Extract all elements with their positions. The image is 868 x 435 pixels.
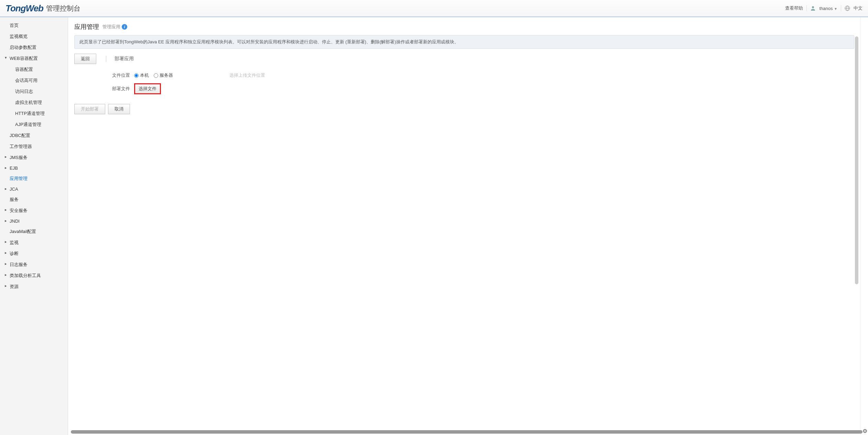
radio-server-input[interactable] — [154, 73, 158, 78]
language-link[interactable]: 中文 — [854, 5, 862, 11]
sidebar-item-7[interactable]: 虚拟主机管理 — [0, 97, 68, 108]
file-location-row: 文件位置 本机 服务器 选择上传文件位置 — [103, 72, 854, 78]
sidebar-item-8[interactable]: HTTP通道管理 — [0, 108, 68, 119]
start-deploy-button[interactable]: 开始部署 — [74, 104, 105, 114]
info-icon[interactable]: i — [122, 24, 127, 30]
logo-brand: TongWeb — [6, 3, 43, 14]
cancel-button[interactable]: 取消 — [108, 104, 130, 114]
sidebar-item-6[interactable]: 访问日志 — [0, 86, 68, 97]
sidebar-item-3[interactable]: WEB容器配置 — [0, 53, 68, 64]
sidebar-item-2[interactable]: 启动参数配置 — [0, 42, 68, 53]
horizontal-scrollbar[interactable] — [71, 430, 862, 434]
page-title-row: 应用管理 管理应用 i — [74, 23, 854, 31]
sidebar-item-22[interactable]: 日志服务 — [0, 259, 68, 270]
header-right: 查看帮助 thanos ▼ 中文 — [785, 5, 862, 11]
username-text: thanos — [819, 6, 833, 11]
bottom-actions: 开始部署 取消 — [74, 104, 854, 114]
back-button[interactable]: 返回 — [74, 54, 96, 64]
deploy-file-label: 部署文件 — [103, 86, 134, 92]
sidebar-item-0[interactable]: 首页 — [0, 20, 68, 31]
header-bar: TongWeb 管理控制台 查看帮助 thanos ▼ 中文 — [0, 0, 868, 17]
sidebar-item-13[interactable]: EJB — [0, 163, 68, 173]
sidebar-item-16[interactable]: 服务 — [0, 194, 68, 205]
logo-subtitle: 管理控制台 — [46, 4, 80, 13]
page-title: 应用管理 — [74, 23, 99, 31]
radio-local[interactable]: 本机 — [134, 72, 149, 78]
upload-hint: 选择上传文件位置 — [229, 72, 265, 78]
content-area: 应用管理 管理应用 i 此页显示了已经部署到TongWeb的Java EE 应用… — [68, 17, 860, 435]
separator — [841, 5, 841, 11]
radio-local-input[interactable] — [134, 73, 139, 78]
page-subtitle-text: 管理应用 — [102, 24, 120, 30]
info-banner: 此页显示了已经部署到TongWeb的Java EE 应用程序和独立应用程序模块列… — [74, 35, 854, 49]
sidebar-item-24[interactable]: 资源 — [0, 281, 68, 292]
sidebar-item-12[interactable]: JMS服务 — [0, 152, 68, 163]
sidebar-item-21[interactable]: 诊断 — [0, 248, 68, 259]
username-dropdown[interactable]: thanos ▼ — [819, 6, 837, 11]
caret-down-icon: ▼ — [834, 7, 837, 11]
vertical-scrollbar[interactable] — [855, 36, 858, 435]
page-subtitle: 管理应用 i — [102, 24, 127, 30]
file-location-label: 文件位置 — [103, 72, 134, 78]
sidebar-item-20[interactable]: 监视 — [0, 237, 68, 248]
separator — [806, 5, 807, 11]
sidebar-item-4[interactable]: 容器配置 — [0, 64, 68, 75]
scroll-thumb[interactable] — [855, 36, 858, 284]
sidebar-item-19[interactable]: JavaMail配置 — [0, 226, 68, 237]
deploy-form: 文件位置 本机 服务器 选择上传文件位置 部署文件 选择文件 — [103, 72, 854, 94]
right-rail — [860, 17, 868, 435]
globe-icon — [845, 6, 850, 11]
sidebar-item-15[interactable]: JCA — [0, 184, 68, 194]
choose-file-button[interactable]: 选择文件 — [134, 83, 161, 94]
deploy-file-row: 部署文件 选择文件 — [103, 83, 854, 94]
sidebar-item-18[interactable]: JNDI — [0, 216, 68, 226]
svg-point-0 — [812, 6, 814, 8]
sidebar-item-9[interactable]: AJP通道管理 — [0, 119, 68, 130]
deploy-app-tab[interactable]: 部署应用 — [106, 56, 136, 62]
gear-icon[interactable]: ⚙ — [862, 428, 867, 434]
radio-server[interactable]: 服务器 — [154, 72, 173, 78]
sidebar-item-23[interactable]: 类加载分析工具 — [0, 270, 68, 281]
toolbar: 返回 部署应用 — [74, 54, 854, 64]
radio-local-label: 本机 — [140, 72, 149, 78]
sidebar-item-10[interactable]: JDBC配置 — [0, 130, 68, 141]
user-icon — [810, 6, 816, 11]
sidebar-item-1[interactable]: 监视概览 — [0, 31, 68, 42]
logo-area: TongWeb 管理控制台 — [6, 3, 80, 14]
radio-server-label: 服务器 — [160, 72, 173, 78]
sidebar-item-17[interactable]: 安全服务 — [0, 205, 68, 216]
help-link[interactable]: 查看帮助 — [785, 5, 803, 11]
sidebar: 首页监视概览启动参数配置WEB容器配置容器配置会话高可用访问日志虚拟主机管理HT… — [0, 17, 68, 435]
sidebar-item-11[interactable]: 工作管理器 — [0, 141, 68, 152]
sidebar-item-5[interactable]: 会话高可用 — [0, 75, 68, 86]
sidebar-item-14[interactable]: 应用管理 — [0, 173, 68, 184]
